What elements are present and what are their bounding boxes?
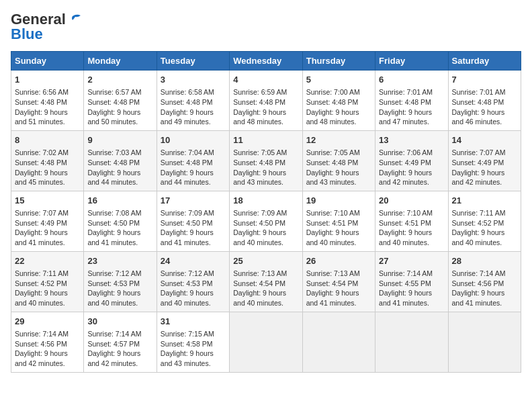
daylight-label: Daylight: 9 hours and 47 minutes. xyxy=(379,108,432,126)
sunrise-label: Sunrise: 7:15 AM xyxy=(161,330,214,338)
sunrise-label: Sunrise: 7:05 AM xyxy=(306,148,360,156)
day-number: 30 xyxy=(87,316,152,328)
daylight-label: Daylight: 9 hours and 40 minutes. xyxy=(452,228,505,246)
sunset-label: Sunset: 4:48 PM xyxy=(233,158,285,167)
sunset-label: Sunset: 4:48 PM xyxy=(15,158,67,167)
col-header-saturday: Saturday xyxy=(448,52,521,71)
day-number: 23 xyxy=(87,255,152,267)
calendar-day-31: 31Sunrise: 7:15 AMSunset: 4:58 PMDayligh… xyxy=(157,312,229,372)
calendar-day-18: 18Sunrise: 7:09 AMSunset: 4:50 PMDayligh… xyxy=(230,191,302,251)
calendar-day-29: 29Sunrise: 7:14 AMSunset: 4:56 PMDayligh… xyxy=(11,312,84,372)
sunset-label: Sunset: 4:49 PM xyxy=(452,158,504,167)
day-number: 15 xyxy=(15,195,80,207)
daylight-label: Daylight: 9 hours and 48 minutes. xyxy=(233,108,286,126)
daylight-label: Daylight: 9 hours and 40 minutes. xyxy=(161,289,214,307)
calendar-day-23: 23Sunrise: 7:12 AMSunset: 4:53 PMDayligh… xyxy=(84,251,157,312)
sunrise-label: Sunrise: 7:03 AM xyxy=(87,148,141,156)
sunrise-label: Sunrise: 7:14 AM xyxy=(87,330,141,338)
page-header: General Blue xyxy=(11,11,521,43)
sunrise-label: Sunrise: 7:13 AM xyxy=(306,269,360,277)
sunrise-label: Sunrise: 7:09 AM xyxy=(233,209,287,217)
daylight-label: Daylight: 9 hours and 40 minutes. xyxy=(15,289,68,307)
day-number: 9 xyxy=(87,134,152,146)
sunset-label: Sunset: 4:56 PM xyxy=(15,340,67,348)
daylight-label: Daylight: 9 hours and 42 minutes. xyxy=(87,349,140,367)
sunrise-label: Sunrise: 7:01 AM xyxy=(452,88,506,96)
sunset-label: Sunset: 4:49 PM xyxy=(379,158,431,167)
daylight-label: Daylight: 9 hours and 41 minutes. xyxy=(161,228,214,246)
day-number: 10 xyxy=(161,134,226,146)
sunset-label: Sunset: 4:48 PM xyxy=(161,98,213,106)
col-header-tuesday: Tuesday xyxy=(157,52,229,71)
daylight-label: Daylight: 9 hours and 46 minutes. xyxy=(452,108,505,126)
sunset-label: Sunset: 4:48 PM xyxy=(87,98,140,106)
empty-cell xyxy=(230,312,302,372)
daylight-label: Daylight: 9 hours and 41 minutes. xyxy=(306,289,359,307)
header-row: SundayMondayTuesdayWednesdayThursdayFrid… xyxy=(11,52,521,71)
calendar-week-2: 8Sunrise: 7:02 AMSunset: 4:48 PMDaylight… xyxy=(11,130,521,191)
day-number: 26 xyxy=(306,255,371,267)
calendar-day-10: 10Sunrise: 7:04 AMSunset: 4:48 PMDayligh… xyxy=(157,130,229,191)
calendar-day-11: 11Sunrise: 7:05 AMSunset: 4:48 PMDayligh… xyxy=(230,130,302,191)
sunset-label: Sunset: 4:48 PM xyxy=(87,158,140,167)
calendar-day-9: 9Sunrise: 7:03 AMSunset: 4:48 PMDaylight… xyxy=(84,130,157,191)
sunset-label: Sunset: 4:49 PM xyxy=(15,219,67,227)
calendar-day-30: 30Sunrise: 7:14 AMSunset: 4:57 PMDayligh… xyxy=(84,312,157,372)
sunset-label: Sunset: 4:52 PM xyxy=(15,279,67,287)
sunrise-label: Sunrise: 7:01 AM xyxy=(379,88,433,96)
calendar-day-27: 27Sunrise: 7:14 AMSunset: 4:55 PMDayligh… xyxy=(375,251,448,312)
calendar-day-15: 15Sunrise: 7:07 AMSunset: 4:49 PMDayligh… xyxy=(11,191,84,251)
day-number: 14 xyxy=(452,134,517,146)
calendar-week-3: 15Sunrise: 7:07 AMSunset: 4:49 PMDayligh… xyxy=(11,191,521,251)
sunrise-label: Sunrise: 7:14 AM xyxy=(379,269,433,277)
day-number: 22 xyxy=(15,255,80,267)
sunrise-label: Sunrise: 6:58 AM xyxy=(161,88,214,96)
daylight-label: Daylight: 9 hours and 43 minutes. xyxy=(233,169,286,187)
sunset-label: Sunset: 4:56 PM xyxy=(452,279,504,287)
col-header-wednesday: Wednesday xyxy=(230,52,302,71)
logo: General Blue xyxy=(11,11,82,43)
day-number: 19 xyxy=(306,195,371,207)
day-number: 4 xyxy=(233,74,298,86)
calendar-week-5: 29Sunrise: 7:14 AMSunset: 4:56 PMDayligh… xyxy=(11,312,521,372)
calendar-day-5: 5Sunrise: 7:00 AMSunset: 4:48 PMDaylight… xyxy=(302,71,375,131)
day-number: 12 xyxy=(306,134,371,146)
day-number: 3 xyxy=(161,74,226,86)
calendar-day-19: 19Sunrise: 7:10 AMSunset: 4:51 PMDayligh… xyxy=(302,191,375,251)
sunrise-label: Sunrise: 7:04 AM xyxy=(161,148,214,156)
sunrise-label: Sunrise: 7:11 AM xyxy=(15,269,69,277)
sunrise-label: Sunrise: 6:59 AM xyxy=(233,88,287,96)
calendar-day-20: 20Sunrise: 7:10 AMSunset: 4:51 PMDayligh… xyxy=(375,191,448,251)
day-number: 13 xyxy=(379,134,444,146)
sunset-label: Sunset: 4:48 PM xyxy=(233,98,285,106)
sunset-label: Sunset: 4:55 PM xyxy=(379,279,431,287)
daylight-label: Daylight: 9 hours and 40 minutes. xyxy=(233,289,286,307)
daylight-label: Daylight: 9 hours and 51 minutes. xyxy=(15,108,68,126)
calendar-day-22: 22Sunrise: 7:11 AMSunset: 4:52 PMDayligh… xyxy=(11,251,84,312)
col-header-sunday: Sunday xyxy=(11,52,84,71)
daylight-label: Daylight: 9 hours and 41 minutes. xyxy=(87,228,140,246)
sunset-label: Sunset: 4:48 PM xyxy=(452,98,504,106)
sunrise-label: Sunrise: 6:57 AM xyxy=(87,88,141,96)
day-number: 11 xyxy=(233,134,298,146)
logo-text-blue: Blue xyxy=(11,26,43,43)
calendar-day-14: 14Sunrise: 7:07 AMSunset: 4:49 PMDayligh… xyxy=(448,130,521,191)
daylight-label: Daylight: 9 hours and 41 minutes. xyxy=(15,228,68,246)
daylight-label: Daylight: 9 hours and 40 minutes. xyxy=(233,228,286,246)
calendar-day-6: 6Sunrise: 7:01 AMSunset: 4:48 PMDaylight… xyxy=(375,71,448,131)
sunset-label: Sunset: 4:58 PM xyxy=(161,340,213,348)
day-number: 17 xyxy=(161,195,226,207)
sunset-label: Sunset: 4:54 PM xyxy=(233,279,285,287)
sunrise-label: Sunrise: 7:14 AM xyxy=(15,330,69,338)
day-number: 25 xyxy=(233,255,298,267)
calendar-week-1: 1Sunrise: 6:56 AMSunset: 4:48 PMDaylight… xyxy=(11,71,521,131)
sunrise-label: Sunrise: 7:12 AM xyxy=(161,269,214,277)
sunrise-label: Sunrise: 7:11 AM xyxy=(452,209,506,217)
sunset-label: Sunset: 4:48 PM xyxy=(161,158,213,167)
calendar-table: SundayMondayTuesdayWednesdayThursdayFrid… xyxy=(11,51,521,373)
daylight-label: Daylight: 9 hours and 50 minutes. xyxy=(87,108,140,126)
sunset-label: Sunset: 4:50 PM xyxy=(87,219,140,227)
daylight-label: Daylight: 9 hours and 44 minutes. xyxy=(87,169,140,187)
day-number: 18 xyxy=(233,195,298,207)
day-number: 20 xyxy=(379,195,444,207)
